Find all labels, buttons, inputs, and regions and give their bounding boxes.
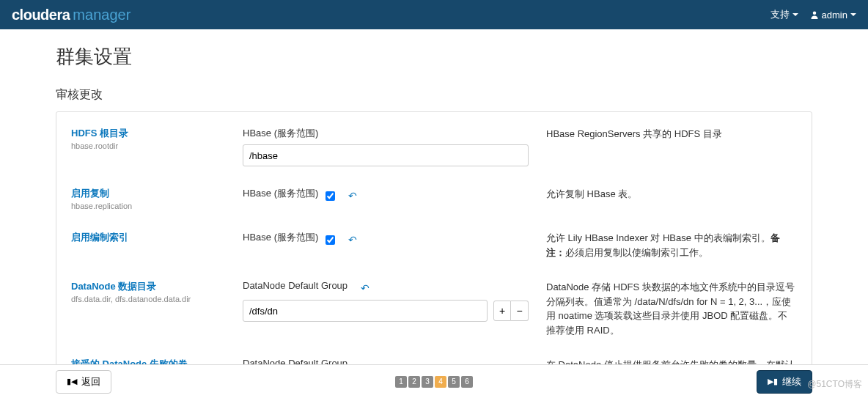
setting-row: 启用编制索引 HBase (服务范围) ↶ 允许 Lily HBase Inde… — [71, 231, 797, 280]
remove-button[interactable]: − — [511, 301, 529, 321]
scope-label: HBase (服务范围) — [243, 127, 318, 140]
next-label: 继续 — [782, 375, 801, 388]
scope-label: DataNode Default Group — [243, 280, 347, 291]
page-1[interactable]: 1 — [395, 376, 407, 388]
page-4[interactable]: 4 — [435, 376, 446, 388]
setting-desc: HBase RegionServers 共享的 HDFS 目录 — [546, 127, 797, 166]
setting-desc: 允许复制 HBase 表。 — [546, 187, 797, 210]
setting-row: 启用复制 hbase.replication HBase (服务范围) ↶ 允许… — [71, 187, 797, 231]
watermark: @51CTO博客 — [807, 378, 862, 391]
replication-checkbox[interactable] — [326, 191, 335, 201]
page-5[interactable]: 5 — [448, 376, 460, 388]
setting-row: HDFS 根目录 hbase.rootdir HBase (服务范围) HBas… — [71, 127, 797, 187]
setting-desc: 允许 Lily HBase Indexer 对 HBase 中的表编制索引。备注… — [546, 231, 797, 259]
wizard-footer: ▮◀ 返回 1 2 3 4 5 6 ▶▮ 继续 — [0, 364, 868, 398]
setting-prop: hbase.replication — [71, 202, 225, 210]
setting-prop: dfs.data.dir, dfs.datanode.data.dir — [71, 295, 225, 303]
datanode-dir-input[interactable] — [243, 300, 488, 322]
minus-icon: − — [516, 305, 522, 317]
svg-point-0 — [812, 12, 816, 15]
support-menu[interactable]: 支持 — [770, 8, 798, 21]
revert-icon[interactable]: ↶ — [361, 282, 369, 294]
support-label: 支持 — [770, 8, 790, 21]
revert-icon[interactable]: ↶ — [348, 234, 357, 246]
page-title: 群集设置 — [56, 44, 812, 70]
user-label: admin — [822, 10, 847, 21]
setting-title[interactable]: DataNode 数据目录 — [71, 280, 225, 293]
setting-prop: hbase.rootdir — [71, 141, 225, 150]
add-remove-group: + − — [493, 301, 529, 321]
page-2[interactable]: 2 — [408, 376, 420, 388]
chevron-down-icon — [792, 13, 798, 16]
settings-panel: HDFS 根目录 hbase.rootdir HBase (服务范围) HBas… — [56, 111, 812, 387]
logo-text-1: cloudera — [12, 7, 70, 23]
scope-label: HBase (服务范围) — [243, 187, 318, 200]
step-forward-icon: ▶▮ — [768, 377, 778, 386]
app-logo[interactable]: cloudera manager — [12, 7, 130, 23]
page-subtitle: 审核更改 — [56, 87, 812, 103]
plus-icon: + — [499, 305, 505, 317]
step-pager: 1 2 3 4 5 6 — [395, 376, 473, 388]
user-menu[interactable]: admin — [810, 10, 856, 21]
next-button[interactable]: ▶▮ 继续 — [757, 370, 812, 394]
user-icon — [810, 10, 819, 19]
app-header: cloudera manager 支持 admin — [0, 0, 868, 29]
setting-title[interactable]: 启用编制索引 — [71, 231, 225, 244]
setting-title[interactable]: 启用复制 — [71, 187, 225, 200]
setting-title[interactable]: HDFS 根目录 — [71, 127, 225, 140]
page-6[interactable]: 6 — [461, 376, 473, 388]
chevron-down-icon — [850, 13, 856, 16]
logo-text-2: manager — [73, 7, 130, 23]
back-button[interactable]: ▮◀ 返回 — [56, 370, 111, 394]
page-3[interactable]: 3 — [422, 376, 433, 388]
revert-icon[interactable]: ↶ — [348, 190, 357, 202]
indexing-checkbox[interactable] — [326, 235, 335, 245]
hbase-rootdir-input[interactable] — [243, 144, 529, 166]
back-label: 返回 — [81, 375, 100, 388]
scope-label: HBase (服务范围) — [243, 231, 318, 244]
main-container: 群集设置 审核更改 HDFS 根目录 hbase.rootdir HBase (… — [0, 29, 868, 398]
step-back-icon: ▮◀ — [67, 377, 77, 386]
setting-row: DataNode 数据目录 dfs.data.dir, dfs.datanode… — [71, 280, 797, 358]
setting-desc: DataNode 存储 HDFS 块数据的本地文件系统中的目录逗号分隔列表。值通… — [546, 280, 797, 337]
add-button[interactable]: + — [493, 301, 511, 321]
